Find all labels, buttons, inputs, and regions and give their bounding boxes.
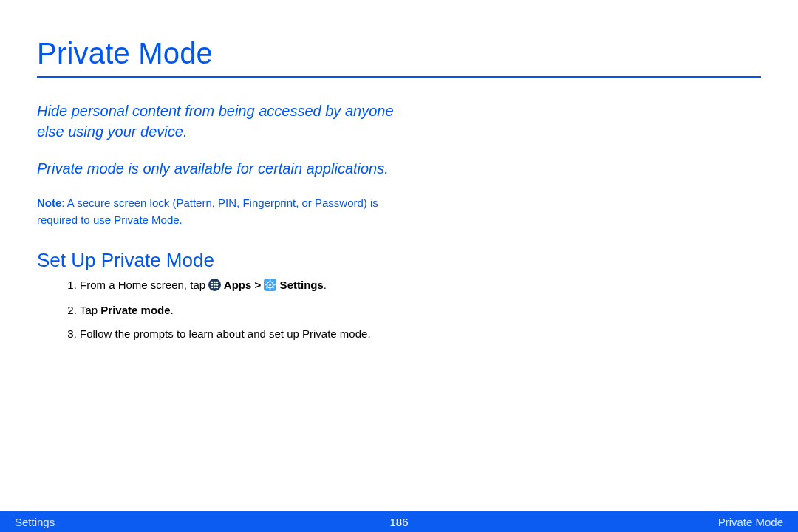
- step-1-settings-label: Settings: [276, 279, 323, 291]
- svg-point-6: [216, 284, 219, 286]
- svg-point-12: [269, 284, 271, 286]
- step-1: From a Home screen, tap Apps > Settings.: [80, 276, 451, 296]
- note-label: Note: [37, 197, 61, 209]
- svg-point-8: [214, 287, 216, 289]
- svg-point-7: [211, 287, 214, 289]
- step-1-text-post: .: [324, 279, 327, 291]
- note-text: : A secure screen lock (Pattern, PIN, Fi…: [37, 197, 378, 226]
- svg-line-19: [273, 282, 273, 282]
- step-2-text-post: .: [171, 304, 174, 316]
- svg-point-4: [211, 284, 214, 286]
- page-footer: Settings 186 Private Mode: [0, 511, 798, 532]
- svg-line-20: [267, 287, 267, 288]
- apps-icon: [208, 279, 221, 296]
- step-2: Tap Private mode.: [80, 301, 451, 318]
- step-2-bold: Private mode: [100, 304, 170, 316]
- footer-right: Private Mode: [718, 516, 783, 528]
- content-area: Private Mode Hide personal content from …: [0, 0, 798, 342]
- step-1-text-pre: From a Home screen, tap: [80, 279, 208, 291]
- svg-line-17: [267, 282, 267, 282]
- svg-point-2: [214, 282, 216, 284]
- step-3: Follow the prompts to learn about and se…: [80, 325, 451, 342]
- svg-point-3: [216, 282, 219, 284]
- footer-page-number: 186: [389, 516, 408, 528]
- settings-icon: [264, 279, 276, 296]
- footer-left: Settings: [15, 516, 55, 528]
- steps-list: From a Home screen, tap Apps > Settings.…: [37, 276, 451, 342]
- svg-point-1: [211, 282, 214, 284]
- step-1-apps-label: Apps >: [221, 279, 264, 291]
- svg-point-9: [216, 287, 219, 289]
- intro-paragraph-1: Hide personal content from being accesse…: [37, 100, 421, 142]
- step-2-text-pre: Tap: [80, 304, 100, 316]
- intro-paragraph-2: Private mode is only available for certa…: [37, 158, 421, 179]
- svg-line-18: [273, 287, 273, 288]
- manual-page: Private Mode Hide personal content from …: [0, 0, 798, 532]
- page-title: Private Mode: [37, 37, 761, 70]
- title-divider: [37, 76, 761, 78]
- note-paragraph: Note: A secure screen lock (Pattern, PIN…: [37, 195, 421, 228]
- svg-point-5: [214, 284, 216, 286]
- section-heading: Set Up Private Mode: [37, 249, 761, 272]
